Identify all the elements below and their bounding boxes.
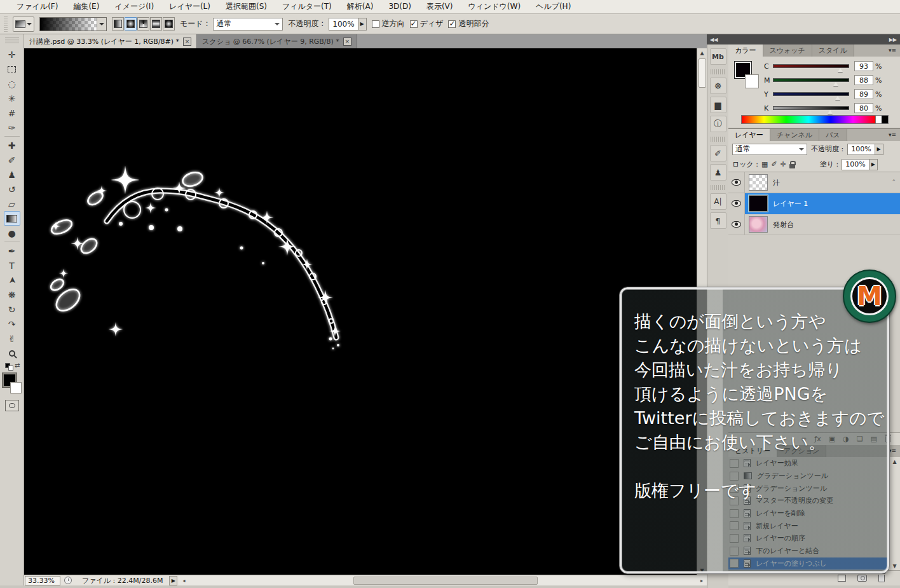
lasso-tool[interactable]: ◌: [4, 76, 20, 91]
layer-thumbnail[interactable]: [749, 195, 768, 212]
tab-color[interactable]: カラー: [728, 44, 763, 57]
canvas-horizontal-scrollbar[interactable]: ◂ ▸: [179, 575, 707, 586]
layer-row-shiru[interactable]: 汁: [728, 172, 900, 193]
zoom-level-input[interactable]: 33.33%: [25, 576, 60, 585]
document-canvas[interactable]: [24, 48, 697, 575]
tool-preset-picker[interactable]: [13, 17, 34, 32]
move-tool[interactable]: ✛: [4, 47, 20, 62]
layer-row-hasshadai[interactable]: 発射台: [728, 214, 900, 235]
pen-tool[interactable]: ✒: [4, 243, 20, 258]
layers-scroll-up-icon[interactable]: ⌃: [891, 179, 896, 185]
new-snapshot-icon[interactable]: [857, 575, 867, 582]
linear-gradient-button[interactable]: [112, 17, 124, 31]
scroll-up-icon[interactable]: ▲: [697, 48, 707, 57]
spectrum-white[interactable]: [875, 116, 882, 123]
color-spectrum-ramp[interactable]: [741, 115, 889, 124]
info-panel-icon[interactable]: ⓘ: [710, 116, 726, 132]
gradient-picker-dropdown[interactable]: [97, 18, 106, 31]
swap-colors-icon[interactable]: ⇄: [15, 362, 20, 369]
menu-edit[interactable]: 編集(E): [65, 0, 107, 13]
tab-layers[interactable]: レイヤー: [728, 129, 770, 141]
lock-pixels-icon[interactable]: ✐: [771, 160, 777, 168]
lock-transparency-icon[interactable]: ▦: [761, 160, 768, 168]
slider-handle[interactable]: [835, 93, 840, 100]
blend-mode-select[interactable]: 通常: [213, 18, 283, 31]
crop-tool[interactable]: #: [4, 106, 20, 120]
background-color-swatch[interactable]: [10, 382, 22, 393]
collapse-left-icon[interactable]: ◀◀: [710, 37, 718, 43]
menu-file[interactable]: ファイル(F): [9, 0, 65, 13]
clone-source-panel-icon[interactable]: ♟: [710, 164, 726, 181]
visibility-cell[interactable]: [728, 172, 745, 193]
opacity-slider-button[interactable]: ▶: [358, 18, 367, 31]
eye-icon[interactable]: [732, 200, 741, 207]
opacity-input[interactable]: 100%: [329, 18, 358, 31]
history-scrollbar[interactable]: ▲ ▼: [889, 457, 900, 570]
type-tool[interactable]: T: [4, 258, 20, 273]
magenta-value[interactable]: 88: [854, 75, 873, 85]
layer-thumbnail[interactable]: [749, 174, 768, 191]
layer-thumbnail[interactable]: [749, 216, 768, 233]
brush-panel-icon[interactable]: ✐: [710, 145, 726, 161]
menu-3d[interactable]: 3D(D): [381, 0, 418, 13]
slider-handle[interactable]: [838, 65, 843, 72]
lock-position-icon[interactable]: ✛: [781, 160, 786, 168]
menu-filter[interactable]: フィルター(T): [275, 0, 339, 13]
tab-channels[interactable]: チャンネル: [770, 129, 819, 141]
eraser-tool[interactable]: ▱: [4, 196, 20, 211]
yellow-slider[interactable]: [773, 92, 849, 96]
spectrum-gradient[interactable]: [742, 116, 875, 123]
toolstrip-grip[interactable]: [5, 37, 19, 44]
eye-icon[interactable]: [732, 221, 741, 228]
eyedropper-tool[interactable]: ✑: [4, 120, 20, 135]
black-value[interactable]: 80: [854, 103, 873, 113]
radial-gradient-button[interactable]: [125, 17, 137, 31]
clone-stamp-tool[interactable]: ♟: [4, 167, 20, 182]
cyan-slider[interactable]: [773, 64, 849, 68]
scroll-down-icon[interactable]: ▼: [890, 561, 900, 570]
lock-all-icon[interactable]: [789, 164, 795, 168]
background-color-swatch[interactable]: [745, 74, 759, 88]
blur-tool[interactable]: ●: [4, 226, 20, 240]
layer-fill-slider-button[interactable]: ▶: [869, 159, 878, 170]
paragraph-panel-icon[interactable]: ¶: [710, 212, 726, 229]
collapse-right-icon[interactable]: ▶▶: [889, 37, 897, 43]
angle-gradient-button[interactable]: [137, 17, 149, 31]
dither-checkbox[interactable]: ディザ: [410, 18, 444, 29]
tab-document-1[interactable]: 汁講座.psd @ 33.3% (レイヤー 1, RGB/8#) * ×: [24, 34, 197, 48]
scroll-up-icon[interactable]: ▲: [890, 457, 900, 466]
brush-tool[interactable]: ✐: [4, 153, 20, 167]
3d-orbit-tool[interactable]: ↷: [4, 317, 20, 331]
scroll-left-icon[interactable]: ◂: [179, 576, 189, 585]
tab-styles[interactable]: スタイル: [812, 44, 854, 57]
character-panel-icon[interactable]: A|: [710, 193, 726, 210]
hand-tool[interactable]: ✌: [4, 331, 20, 346]
yellow-value[interactable]: 89: [854, 89, 873, 99]
magic-wand-tool[interactable]: ✳: [4, 91, 20, 106]
panel-menu-icon[interactable]: [887, 132, 897, 139]
history-brush-tool[interactable]: ↺: [4, 182, 20, 196]
vertical-scroll-thumb[interactable]: [699, 58, 706, 88]
menu-image[interactable]: イメージ(I): [107, 0, 161, 13]
layer-opacity-slider-button[interactable]: ▶: [875, 144, 883, 155]
horizontal-scroll-thumb[interactable]: [353, 577, 538, 585]
transparency-checkbox[interactable]: 透明部分: [448, 18, 489, 29]
scroll-right-icon[interactable]: ▸: [697, 576, 707, 585]
quick-mask-button[interactable]: [5, 400, 19, 411]
layer-fill-input[interactable]: 100%: [842, 159, 869, 170]
layer-blend-mode-select[interactable]: 通常: [732, 144, 807, 155]
delete-state-icon[interactable]: [878, 575, 885, 582]
mini-bridge-panel-icon[interactable]: Mb: [710, 48, 726, 65]
tab-swatches[interactable]: スウォッチ: [763, 44, 812, 57]
navigator-panel-icon[interactable]: ☸: [710, 78, 726, 94]
black-slider[interactable]: [773, 106, 849, 110]
menu-select[interactable]: 選択範囲(S): [218, 0, 275, 13]
close-icon[interactable]: ×: [343, 38, 351, 46]
path-selection-tool[interactable]: ➤: [4, 273, 20, 287]
magenta-slider[interactable]: [773, 78, 849, 82]
menu-layer[interactable]: レイヤー(L): [161, 0, 218, 13]
tab-paths[interactable]: パス: [819, 129, 847, 141]
layer-row-layer1[interactable]: レイヤー 1: [728, 193, 900, 214]
new-document-from-state-icon[interactable]: [838, 575, 846, 582]
zoom-tool[interactable]: [4, 346, 20, 360]
